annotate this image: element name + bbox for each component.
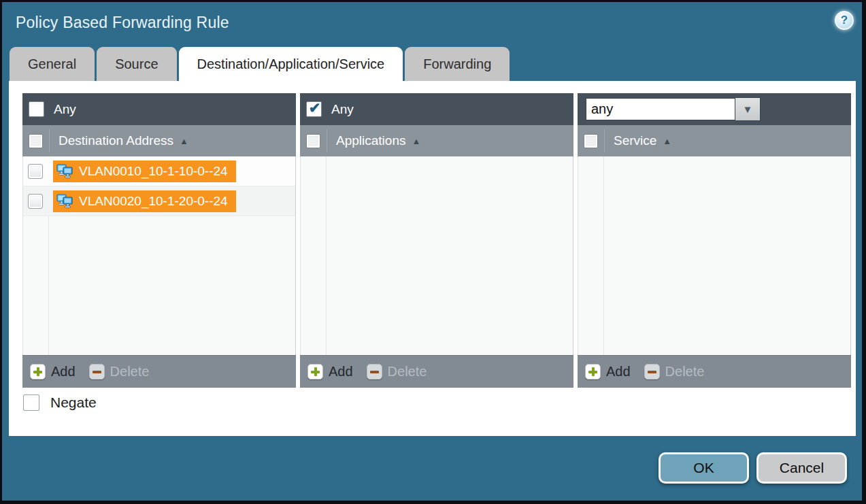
service-dropdown-bar: any ▼ [578, 93, 851, 125]
delete-icon [89, 364, 105, 380]
applications-any-checkbox[interactable] [306, 101, 322, 117]
destination-column: Any Destination Address ▲ [22, 93, 296, 388]
applications-footer: Add Delete [300, 355, 573, 388]
service-dropdown-button[interactable]: ▼ [735, 97, 761, 121]
negate-label: Negate [50, 394, 97, 411]
policy-forwarding-dialog: Policy Based Forwarding Rule ? GeneralSo… [0, 0, 866, 504]
tab-bar: GeneralSourceDestination/Application/Ser… [10, 47, 510, 81]
tab[interactable]: Source [97, 47, 176, 81]
address-label: VLAN0020_10-1-20-0--24 [79, 194, 228, 209]
destination-header-label: Destination Address [59, 133, 173, 148]
tab[interactable]: Forwarding [405, 47, 510, 81]
applications-any-bar: Any [300, 93, 573, 125]
destination-delete-button[interactable]: Delete [89, 364, 150, 380]
dialog-actions: OK Cancel [659, 452, 847, 484]
destination-select-all-checkbox[interactable] [29, 134, 43, 148]
row-checkbox[interactable] [28, 194, 43, 209]
tab[interactable]: Destination/Application/Service [179, 47, 403, 81]
cancel-button[interactable]: Cancel [756, 452, 847, 484]
destination-add-button[interactable]: Add [30, 364, 89, 380]
content-panel: Any Destination Address ▲ [9, 81, 856, 436]
add-label: Add [51, 364, 76, 380]
destination-any-checkbox[interactable] [29, 101, 44, 117]
sort-asc-icon[interactable]: ▲ [412, 136, 420, 146]
delete-label: Delete [665, 364, 705, 380]
delete-icon [644, 364, 660, 380]
service-header-label: Service [614, 133, 656, 148]
applications-select-all-checkbox[interactable] [306, 134, 320, 148]
dialog-title: Policy Based Forwarding Rule [16, 14, 229, 32]
destination-list: VLAN0010_10-1-10-0--24 [22, 156, 296, 355]
header-divider [327, 129, 327, 152]
destination-any-bar: Any [22, 93, 296, 125]
sort-asc-icon[interactable]: ▲ [180, 136, 188, 146]
add-icon [30, 364, 46, 380]
service-header[interactable]: Service ▲ [578, 125, 851, 156]
add-icon [585, 364, 601, 380]
add-label: Add [606, 364, 631, 380]
applications-add-button[interactable]: Add [307, 364, 367, 380]
service-footer: Add Delete [578, 355, 851, 388]
network-icon [56, 164, 73, 178]
applications-header-label: Applications [336, 133, 405, 148]
chevron-down-icon: ▼ [743, 104, 753, 114]
add-icon [307, 364, 323, 380]
applications-any-label: Any [331, 102, 354, 117]
delete-label: Delete [110, 364, 150, 380]
service-column: any ▼ Service ▲ [578, 93, 851, 388]
add-label: Add [329, 364, 353, 380]
header-divider [49, 129, 50, 152]
delete-icon [367, 364, 382, 380]
list-gutter-line [603, 156, 604, 355]
network-icon [56, 194, 73, 208]
destination-row[interactable]: VLAN0010_10-1-10-0--24 [23, 156, 295, 186]
service-dropdown-input[interactable]: any [586, 98, 735, 120]
help-icon[interactable]: ? [835, 11, 854, 30]
applications-column: Any Applications ▲ Add [300, 93, 573, 388]
service-add-button[interactable]: Add [585, 364, 644, 380]
sort-asc-icon[interactable]: ▲ [663, 136, 671, 146]
applications-delete-button[interactable]: Delete [367, 364, 427, 380]
destination-any-label: Any [54, 102, 76, 117]
address-label: VLAN0010_10-1-10-0--24 [79, 164, 228, 179]
service-dropdown: any ▼ [586, 97, 761, 121]
destination-footer: Add Delete [22, 355, 296, 388]
row-checkbox[interactable] [28, 164, 43, 179]
service-list [578, 156, 851, 355]
selector-columns: Any Destination Address ▲ [22, 93, 851, 388]
negate-checkbox[interactable] [23, 394, 39, 411]
ok-button[interactable]: OK [659, 452, 749, 484]
applications-header[interactable]: Applications ▲ [300, 125, 573, 156]
header-divider [604, 129, 605, 152]
destination-header[interactable]: Destination Address ▲ [22, 125, 296, 156]
address-chip[interactable]: VLAN0020_10-1-20-0--24 [53, 190, 236, 212]
destination-row[interactable]: VLAN0020_10-1-20-0--24 [23, 186, 295, 216]
applications-list [300, 156, 573, 355]
service-select-all-checkbox[interactable] [584, 134, 598, 148]
list-gutter-line [326, 156, 327, 355]
service-delete-button[interactable]: Delete [644, 364, 705, 380]
address-chip[interactable]: VLAN0010_10-1-10-0--24 [53, 161, 236, 182]
tab[interactable]: General [10, 47, 95, 81]
negate-row: Negate [23, 394, 97, 411]
delete-label: Delete [388, 364, 427, 380]
